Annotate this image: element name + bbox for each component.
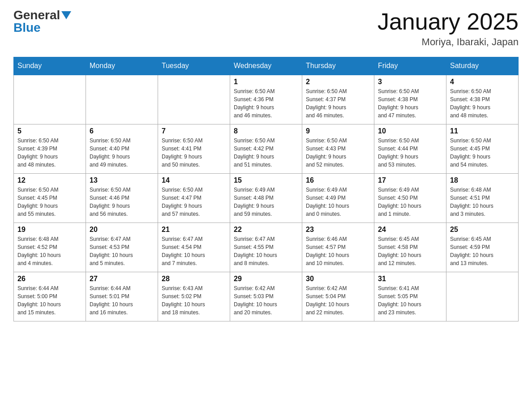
day-info: Sunrise: 6:50 AM Sunset: 4:43 PM Dayligh… <box>306 137 370 169</box>
page-header: General Blue January 2025 Moriya, Ibarak… <box>13 9 519 48</box>
day-info: Sunrise: 6:50 AM Sunset: 4:42 PM Dayligh… <box>234 137 298 169</box>
calendar-day-17: 17Sunrise: 6:49 AM Sunset: 4:50 PM Dayli… <box>374 173 446 223</box>
calendar-table: SundayMondayTuesdayWednesdayThursdayFrid… <box>13 57 519 321</box>
day-number: 17 <box>378 176 442 184</box>
calendar-day-30: 30Sunrise: 6:42 AM Sunset: 5:04 PM Dayli… <box>302 272 374 321</box>
calendar-day-20: 20Sunrise: 6:47 AM Sunset: 4:53 PM Dayli… <box>86 223 158 272</box>
calendar-header-wednesday: Wednesday <box>230 57 302 75</box>
day-number: 22 <box>234 226 298 234</box>
calendar-week-row: 26Sunrise: 6:44 AM Sunset: 5:00 PM Dayli… <box>14 272 519 321</box>
day-info: Sunrise: 6:42 AM Sunset: 5:04 PM Dayligh… <box>306 284 370 317</box>
logo-triangle-icon <box>61 11 71 19</box>
calendar-day-5: 5Sunrise: 6:50 AM Sunset: 4:39 PM Daylig… <box>14 124 86 173</box>
calendar-day-9: 9Sunrise: 6:50 AM Sunset: 4:43 PM Daylig… <box>302 124 374 173</box>
calendar-day-13: 13Sunrise: 6:50 AM Sunset: 4:46 PM Dayli… <box>86 173 158 223</box>
day-info: Sunrise: 6:50 AM Sunset: 4:39 PM Dayligh… <box>17 137 82 169</box>
calendar-day-4: 4Sunrise: 6:50 AM Sunset: 4:38 PM Daylig… <box>446 75 519 124</box>
calendar-day-22: 22Sunrise: 6:47 AM Sunset: 4:55 PM Dayli… <box>230 223 302 272</box>
day-number: 14 <box>162 176 226 184</box>
day-number: 15 <box>234 176 298 184</box>
day-info: Sunrise: 6:43 AM Sunset: 5:02 PM Dayligh… <box>162 284 226 317</box>
title-block: January 2025 Moriya, Ibaraki, Japan <box>378 9 519 48</box>
day-number: 7 <box>162 127 226 135</box>
calendar-header-thursday: Thursday <box>302 57 374 75</box>
day-number: 23 <box>306 226 370 234</box>
day-number: 5 <box>17 127 82 135</box>
day-number: 29 <box>234 275 298 283</box>
logo-general-text: General <box>13 9 60 21</box>
calendar-day-2: 2Sunrise: 6:50 AM Sunset: 4:37 PM Daylig… <box>302 75 374 124</box>
day-number: 18 <box>450 176 515 184</box>
svg-marker-0 <box>61 11 71 19</box>
calendar-week-row: 1Sunrise: 6:50 AM Sunset: 4:36 PM Daylig… <box>14 75 519 124</box>
day-info: Sunrise: 6:44 AM Sunset: 5:01 PM Dayligh… <box>90 284 154 317</box>
day-info: Sunrise: 6:47 AM Sunset: 4:54 PM Dayligh… <box>162 235 226 267</box>
day-number: 25 <box>450 226 515 234</box>
calendar-header-monday: Monday <box>86 57 158 75</box>
day-info: Sunrise: 6:49 AM Sunset: 4:48 PM Dayligh… <box>234 186 298 218</box>
day-info: Sunrise: 6:45 AM Sunset: 4:59 PM Dayligh… <box>450 235 515 267</box>
calendar-day-1: 1Sunrise: 6:50 AM Sunset: 4:36 PM Daylig… <box>230 75 302 124</box>
calendar-day-3: 3Sunrise: 6:50 AM Sunset: 4:38 PM Daylig… <box>374 75 446 124</box>
calendar-day-26: 26Sunrise: 6:44 AM Sunset: 5:00 PM Dayli… <box>14 272 86 321</box>
calendar-day-7: 7Sunrise: 6:50 AM Sunset: 4:41 PM Daylig… <box>158 124 230 173</box>
day-number: 2 <box>306 78 370 86</box>
day-number: 30 <box>306 275 370 283</box>
day-info: Sunrise: 6:50 AM Sunset: 4:44 PM Dayligh… <box>378 137 442 169</box>
day-number: 28 <box>162 275 226 283</box>
day-info: Sunrise: 6:50 AM Sunset: 4:38 PM Dayligh… <box>378 87 442 120</box>
calendar-day-10: 10Sunrise: 6:50 AM Sunset: 4:44 PM Dayli… <box>374 124 446 173</box>
calendar-day-21: 21Sunrise: 6:47 AM Sunset: 4:54 PM Dayli… <box>158 223 230 272</box>
day-info: Sunrise: 6:50 AM Sunset: 4:40 PM Dayligh… <box>90 137 154 169</box>
calendar-day-15: 15Sunrise: 6:49 AM Sunset: 4:48 PM Dayli… <box>230 173 302 223</box>
day-info: Sunrise: 6:47 AM Sunset: 4:53 PM Dayligh… <box>90 235 154 267</box>
calendar-day-16: 16Sunrise: 6:49 AM Sunset: 4:49 PM Dayli… <box>302 173 374 223</box>
calendar-day-23: 23Sunrise: 6:46 AM Sunset: 4:57 PM Dayli… <box>302 223 374 272</box>
calendar-week-row: 12Sunrise: 6:50 AM Sunset: 4:45 PM Dayli… <box>14 173 519 223</box>
calendar-empty-cell <box>446 272 519 321</box>
day-number: 27 <box>90 275 154 283</box>
calendar-header-friday: Friday <box>374 57 446 75</box>
day-info: Sunrise: 6:50 AM Sunset: 4:37 PM Dayligh… <box>306 87 370 120</box>
calendar-day-25: 25Sunrise: 6:45 AM Sunset: 4:59 PM Dayli… <box>446 223 519 272</box>
calendar-week-row: 19Sunrise: 6:48 AM Sunset: 4:52 PM Dayli… <box>14 223 519 272</box>
calendar-day-6: 6Sunrise: 6:50 AM Sunset: 4:40 PM Daylig… <box>86 124 158 173</box>
calendar-day-27: 27Sunrise: 6:44 AM Sunset: 5:01 PM Dayli… <box>86 272 158 321</box>
day-info: Sunrise: 6:48 AM Sunset: 4:52 PM Dayligh… <box>17 235 82 267</box>
logo-blue-text: Blue <box>13 21 41 34</box>
day-info: Sunrise: 6:50 AM Sunset: 4:47 PM Dayligh… <box>162 186 226 218</box>
day-number: 21 <box>162 226 226 234</box>
calendar-day-11: 11Sunrise: 6:50 AM Sunset: 4:45 PM Dayli… <box>446 124 519 173</box>
day-number: 12 <box>17 176 82 184</box>
calendar-day-19: 19Sunrise: 6:48 AM Sunset: 4:52 PM Dayli… <box>14 223 86 272</box>
calendar-header-sunday: Sunday <box>14 57 86 75</box>
day-number: 20 <box>90 226 154 234</box>
calendar-day-14: 14Sunrise: 6:50 AM Sunset: 4:47 PM Dayli… <box>158 173 230 223</box>
logo: General Blue <box>13 9 71 34</box>
calendar-header-tuesday: Tuesday <box>158 57 230 75</box>
day-info: Sunrise: 6:44 AM Sunset: 5:00 PM Dayligh… <box>17 284 82 317</box>
day-info: Sunrise: 6:41 AM Sunset: 5:05 PM Dayligh… <box>378 284 442 317</box>
calendar-empty-cell <box>86 75 158 124</box>
calendar-week-row: 5Sunrise: 6:50 AM Sunset: 4:39 PM Daylig… <box>14 124 519 173</box>
calendar-title: January 2025 <box>378 9 519 34</box>
day-info: Sunrise: 6:50 AM Sunset: 4:36 PM Dayligh… <box>234 87 298 120</box>
day-number: 19 <box>17 226 82 234</box>
day-info: Sunrise: 6:50 AM Sunset: 4:45 PM Dayligh… <box>450 137 515 169</box>
day-number: 16 <box>306 176 370 184</box>
day-number: 6 <box>90 127 154 135</box>
day-info: Sunrise: 6:46 AM Sunset: 4:57 PM Dayligh… <box>306 235 370 267</box>
day-number: 31 <box>378 275 442 283</box>
day-info: Sunrise: 6:48 AM Sunset: 4:51 PM Dayligh… <box>450 186 515 218</box>
day-number: 8 <box>234 127 298 135</box>
day-info: Sunrise: 6:47 AM Sunset: 4:55 PM Dayligh… <box>234 235 298 267</box>
day-info: Sunrise: 6:49 AM Sunset: 4:49 PM Dayligh… <box>306 186 370 218</box>
calendar-empty-cell <box>158 75 230 124</box>
calendar-day-28: 28Sunrise: 6:43 AM Sunset: 5:02 PM Dayli… <box>158 272 230 321</box>
day-info: Sunrise: 6:42 AM Sunset: 5:03 PM Dayligh… <box>234 284 298 317</box>
day-number: 11 <box>450 127 515 135</box>
day-info: Sunrise: 6:50 AM Sunset: 4:45 PM Dayligh… <box>17 186 82 218</box>
calendar-empty-cell <box>14 75 86 124</box>
calendar-day-12: 12Sunrise: 6:50 AM Sunset: 4:45 PM Dayli… <box>14 173 86 223</box>
day-number: 24 <box>378 226 442 234</box>
